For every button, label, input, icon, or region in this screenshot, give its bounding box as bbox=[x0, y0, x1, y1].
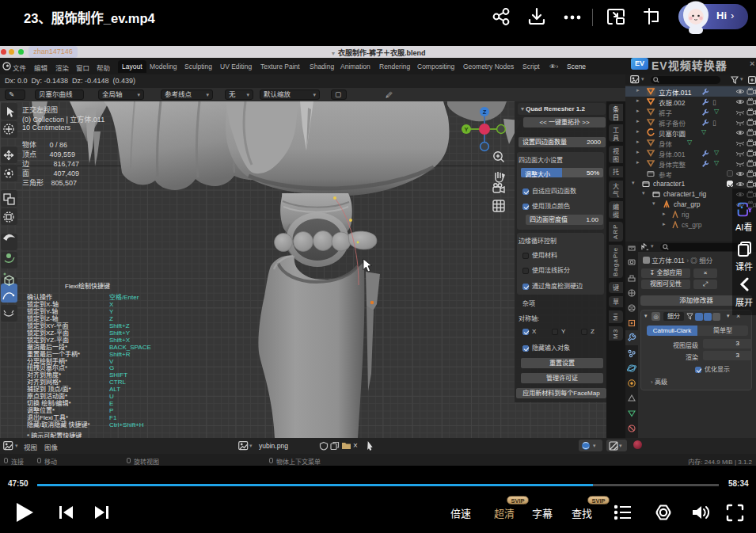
svg-text:Y: Y bbox=[464, 126, 468, 133]
svg-text:Z: Z bbox=[483, 109, 487, 116]
